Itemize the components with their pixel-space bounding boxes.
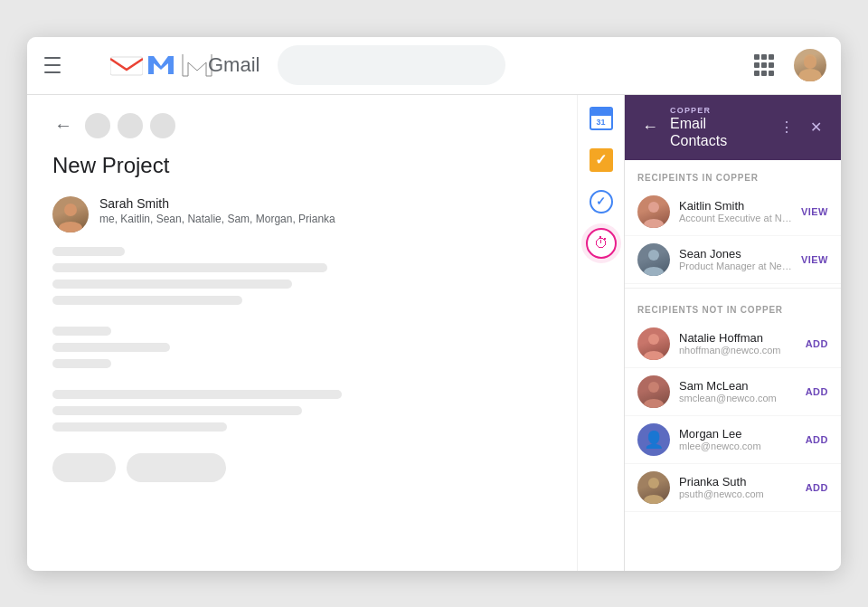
contact-title-sean: Product Manager at Newco [679, 261, 792, 271]
contact-name-sean: Sean Jones [679, 247, 792, 261]
add-sam-button[interactable]: ADD [806, 386, 828, 397]
contact-info-kaitlin: Kaitlin Smith Account Executive at Newco [679, 199, 792, 223]
contact-name-morgan: Morgan Lee [679, 427, 797, 441]
skeleton-line [52, 247, 125, 256]
gmail-m-logo [146, 54, 175, 76]
skeleton-block-2 [52, 327, 552, 368]
task-strip-item[interactable]: ✓ [585, 144, 618, 176]
skeleton-block-1 [52, 247, 552, 305]
calendar-icon: 31 [590, 107, 613, 130]
calendar-strip-item[interactable]: 31 [585, 102, 618, 135]
sender-recipients: me, Kaitlin, Sean, Natalie, Sam, Morgan,… [99, 213, 335, 225]
copper-title-block: COPPER Email Contacts [670, 106, 767, 149]
section-not-in-copper-label: RECIPIENTS NOT IN COPPER [625, 292, 841, 320]
section-divider [625, 288, 841, 289]
menu-icon[interactable] [42, 54, 63, 76]
browser-window: Gmail ← [27, 37, 841, 571]
morgan-person-icon: 👤 [644, 430, 664, 450]
contact-email-natalie: nhoffman@newco.com [679, 345, 797, 356]
add-prianka-button[interactable]: ADD [806, 482, 828, 493]
skeleton-line [52, 263, 327, 272]
clock-icon: ⏱ [586, 228, 617, 259]
copper-panel: ← COPPER Email Contacts ⋮ ✕ RECIPEINTS I… [624, 95, 841, 571]
skeleton-line [52, 327, 111, 336]
avatar-morgan: 👤 [637, 423, 670, 456]
copper-header-actions: ⋮ ✕ [774, 115, 828, 140]
contact-item-kaitlin: Kaitlin Smith Account Executive at Newco… [625, 188, 841, 236]
contact-info-morgan: Morgan Lee mlee@newco.com [679, 427, 797, 451]
copper-more-button[interactable]: ⋮ [774, 115, 799, 140]
sender-info: Sarah Smith me, Kaitlin, Sean, Natalie, … [99, 196, 335, 225]
dot-2 [118, 113, 143, 138]
contact-item-sam: Sam McLean smclean@newco.com ADD [625, 368, 841, 416]
contact-item-natalie: Natalie Hoffman nhoffman@newco.com ADD [625, 320, 841, 368]
avatar-natalie [637, 327, 670, 360]
sender-avatar [52, 196, 89, 232]
copper-close-button[interactable]: ✕ [803, 115, 828, 140]
skeleton-line [52, 390, 342, 399]
icon-strip: 31 ✓ ✓ ⏱ [577, 95, 624, 571]
copper-back-button[interactable]: ← [637, 115, 663, 140]
contact-item-prianka: Prianka Suth psuth@newco.com ADD [625, 464, 841, 512]
avatar-sean [637, 243, 670, 276]
loading-dots [85, 113, 175, 138]
dot-3 [150, 113, 175, 138]
main-area: ← New Project Sarah Smith me, Kaitlin, S… [27, 95, 841, 571]
contact-email-prianka: psuth@newco.com [679, 488, 797, 499]
contact-name-kaitlin: Kaitlin Smith [679, 199, 792, 213]
check-circle-icon: ✓ [590, 190, 613, 213]
contact-name-sam: Sam McLean [679, 379, 797, 393]
gmail-logo: Gmail [74, 52, 259, 78]
calendar-number: 31 [591, 116, 611, 128]
gmail-logo-svg [110, 53, 143, 77]
email-subject: New Project [52, 153, 552, 178]
contact-info-sam: Sam McLean smclean@newco.com [679, 379, 797, 403]
email-nav: ← [52, 113, 552, 138]
skeleton-line [52, 343, 170, 352]
view-sean-button[interactable]: VIEW [801, 254, 828, 265]
section-in-copper-label: RECIPEINTS IN COPPER [625, 160, 841, 188]
task-icon: ✓ [590, 148, 613, 172]
apps-grid-icon[interactable] [754, 54, 776, 76]
skeleton-line [52, 280, 292, 289]
copper-title: Email Contacts [670, 115, 767, 149]
contact-title-kaitlin: Account Executive at Newco [679, 213, 792, 223]
avatar-kaitlin [637, 195, 670, 228]
skeleton-line [52, 406, 302, 415]
avatar-sam [637, 375, 670, 408]
copper-label: COPPER [670, 106, 767, 115]
contact-email-morgan: mlee@newco.com [679, 441, 797, 451]
skeleton-line [52, 422, 227, 432]
view-kaitlin-button[interactable]: VIEW [801, 206, 828, 217]
contact-info-prianka: Prianka Suth psuth@newco.com [679, 475, 797, 499]
avatar-prianka [637, 471, 670, 504]
dot-1 [85, 113, 110, 138]
copper-header: ← COPPER Email Contacts ⋮ ✕ [625, 95, 841, 160]
add-natalie-button[interactable]: ADD [806, 338, 828, 349]
clock-strip-item[interactable]: ⏱ [585, 227, 618, 260]
user-avatar[interactable] [794, 49, 826, 81]
contact-item-sean: Sean Jones Product Manager at Newco VIEW [625, 236, 841, 284]
sender-name: Sarah Smith [99, 196, 335, 211]
gmail-topbar: Gmail [27, 37, 841, 95]
contact-item-morgan: 👤 Morgan Lee mlee@newco.com ADD [625, 416, 841, 464]
skeleton-btn-2 [127, 453, 226, 482]
contact-info-natalie: Natalie Hoffman nhoffman@newco.com [679, 331, 797, 356]
search-bar[interactable] [278, 45, 505, 85]
copper-body: RECIPEINTS IN COPPER Kaitlin Smith Accou… [625, 160, 841, 571]
skeleton-line [52, 359, 111, 368]
contact-name-natalie: Natalie Hoffman [679, 331, 797, 345]
email-panel: ← New Project Sarah Smith me, Kaitlin, S… [27, 95, 577, 571]
back-button[interactable]: ← [52, 115, 74, 137]
check-circle-strip-item[interactable]: ✓ [585, 185, 618, 218]
add-morgan-button[interactable]: ADD [806, 434, 828, 445]
skeleton-block-3 [52, 390, 552, 432]
contact-info-sean: Sean Jones Product Manager at Newco [679, 247, 792, 271]
skeleton-btn-1 [52, 453, 116, 482]
skeleton-line [52, 296, 242, 305]
skeleton-buttons [52, 453, 552, 482]
email-sender-row: Sarah Smith me, Kaitlin, Sean, Natalie, … [52, 196, 552, 232]
gmail-m-icon [74, 53, 107, 77]
contact-name-prianka: Prianka Suth [679, 475, 797, 488]
gmail-text: Gmail [208, 53, 259, 77]
